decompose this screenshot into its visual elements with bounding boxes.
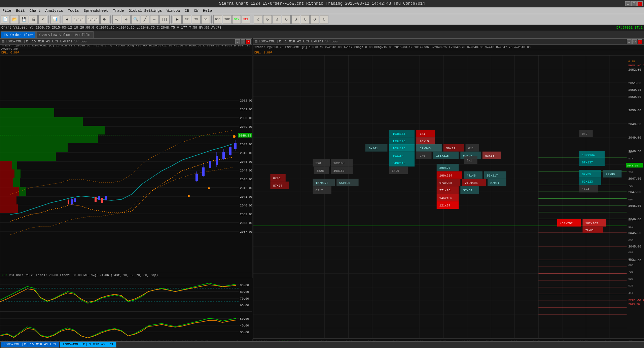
menu-analysis[interactable]: Analysis [44,9,64,13]
svg-text:146x106: 146x106 [439,196,452,200]
menu-cb[interactable]: CB [184,9,190,13]
svg-text:2049.50: 2049.50 [629,122,641,126]
svg-text:27x61: 27x61 [490,181,500,185]
maximize-button[interactable]: □ [631,1,637,6]
svg-text:2040.00: 2040.00 [240,204,252,207]
toolbar-open[interactable]: 📂 [10,15,19,24]
bottom-tab-1min[interactable]: ESM5-CME [C] 1 Min #2 L:1 [60,342,116,348]
toolbar-r8[interactable]: ↻ [320,15,328,24]
toolbar-zoom[interactable]: 🔍 [131,15,140,24]
minimize-button[interactable]: _ [625,1,631,6]
svg-text:2037.00: 2037.00 [240,230,252,234]
menu-bar: File Edit Chart Analysis Tools Spreadshe… [0,7,644,14]
right-close-btn[interactable]: ✕ [638,39,642,44]
svg-text:722: 722 [629,184,634,187]
toolbar-separator-1 [48,15,49,24]
tab-overview[interactable]: Overview-Volume-Profile [36,31,94,38]
toolbar-cursor[interactable]: ↖ [112,15,121,24]
toolbar-r5[interactable]: ↺ [291,15,300,24]
toolbar-r6[interactable]: ↻ [301,15,310,24]
svg-text:14x4: 14x4 [582,187,589,191]
svg-point-59 [188,195,190,197]
toolbar-chart-ctrl[interactable]: CR [182,15,191,24]
menu-chart[interactable]: Chart [29,9,42,13]
bottom-tab-1min-label: ESM5-CME [C] 1 Min #2 L:1 [63,343,113,346]
svg-text:2046.00: 2046.00 [240,152,252,155]
toolbar-new[interactable]: 📄 [1,15,9,24]
toolbar-save[interactable]: 💾 [20,15,28,24]
toolbar-separator-6 [252,15,252,24]
window-controls[interactable]: _ □ ✕ [625,1,643,6]
bottom-tab-15min[interactable]: ESM5-CME [C] 15 Min #1 L:1 [1,342,59,348]
left-main-chart-svg: 2052.00 2051.00 2050.00 2049.00 2048.00 … [0,55,252,273]
toolbar-bar-types[interactable]: 1,1,1 [72,15,85,24]
menu-window[interactable]: Window [166,9,181,13]
menu-cw[interactable]: CW [193,9,199,13]
svg-rect-41 [101,198,103,203]
toolbar-r4[interactable]: ↻ [282,15,291,24]
left-minimize-btn[interactable]: _ [235,39,240,44]
svg-rect-21 [0,196,16,204]
toolbar-bar-chart[interactable]: 📊 [50,15,59,24]
menu-edit[interactable]: Edit [15,9,26,13]
toolbar-tv[interactable]: TV [192,15,201,24]
toolbar-nav[interactable]: ⏭ [100,15,109,24]
svg-text:324: 324 [629,150,634,153]
svg-text:62x123: 62x123 [582,180,593,184]
right-panel-infobar: Trade: 2@2050.75 ESM5-CME [C] 1 Min #2 C… [253,45,644,50]
svg-text:2050.00: 2050.00 [629,109,641,112]
toolbar-play[interactable]: ▶ [173,15,182,24]
left-panel-controls[interactable]: _ □ ✕ [235,39,251,44]
menu-file[interactable]: File [1,9,12,13]
right-panel-controls[interactable]: _ □ ✕ [627,39,642,44]
right-chart-svg: 103x164 1x4 129x195 20x13 0x141 189x120 … [253,55,644,338]
svg-text:70.00: 70.00 [240,297,249,301]
toolbar-crosshair[interactable]: ✛ [122,15,131,24]
toolbar-r1[interactable]: ↺ [254,15,262,24]
tab-esorderflow[interactable]: ES-Order-Flow [1,31,36,38]
toolbar-r2[interactable]: ↻ [263,15,272,24]
right-restore-btn[interactable]: □ [632,39,637,44]
toolbar-pen[interactable]: ✏ [150,15,159,24]
menu-spreadsheet[interactable]: Spreadsheet [83,9,109,13]
svg-text:561: 561 [629,232,634,235]
left-restore-btn[interactable]: □ [241,39,245,44]
toolbar-delete[interactable]: ✕ [38,15,47,24]
toolbar-bo[interactable]: BO [201,15,210,24]
toolbar-fib[interactable]: ||| [159,15,170,24]
svg-text:20x13: 20x13 [420,140,429,143]
rsi-chart: 90.00 80.00 70.00 60.00 [0,278,252,311]
toolbar-buy[interactable]: BAY [232,15,241,24]
svg-text:721: 721 [629,270,634,273]
menu-trade[interactable]: Trade [112,9,125,13]
toolbar-print[interactable]: 🖨 [29,15,38,24]
rsi-lower-svg: 50.00 40.00 30.00 [0,312,253,339]
menu-help[interactable]: Help [202,9,213,13]
toolbar-sell[interactable]: SEL [242,15,250,24]
menu-global-settings[interactable]: Global Settings [128,9,163,13]
svg-text:80.00: 80.00 [240,291,249,294]
toolbar-goc[interactable]: GOC [213,15,222,24]
toolbar-r7[interactable]: ↺ [310,15,319,24]
svg-text:2045.00: 2045.00 [240,160,252,164]
close-button[interactable]: ✕ [637,1,643,6]
right-minimize-btn[interactable]: _ [627,39,632,44]
toolbar-prev[interactable]: ◀ [63,15,71,24]
svg-text:2042.00: 2042.00 [240,187,252,190]
svg-text:59x154: 59x154 [393,154,404,158]
toolbar-top[interactable]: TOP [223,15,231,24]
svg-text:183x215: 183x215 [436,154,449,158]
svg-text:13x160: 13x160 [333,161,345,165]
toolbar-r3[interactable]: ↺ [273,15,281,24]
left-close-btn[interactable]: ✕ [246,39,251,44]
toolbar-bar-types2[interactable]: 1,1,1 [86,15,100,24]
toolbar-line[interactable]: ╱ [141,15,149,24]
svg-rect-20 [0,187,19,196]
svg-text:3x28: 3x28 [317,169,324,173]
order-flow-area: 103x164 1x4 129x195 20x13 0x141 189x120 … [253,55,644,338]
svg-text:113: 113 [629,225,634,228]
menu-tools[interactable]: Tools [67,9,80,13]
svg-rect-29 [12,161,17,169]
svg-text:2051.00: 2051.00 [240,108,252,111]
svg-text:50.00: 50.00 [240,317,249,321]
